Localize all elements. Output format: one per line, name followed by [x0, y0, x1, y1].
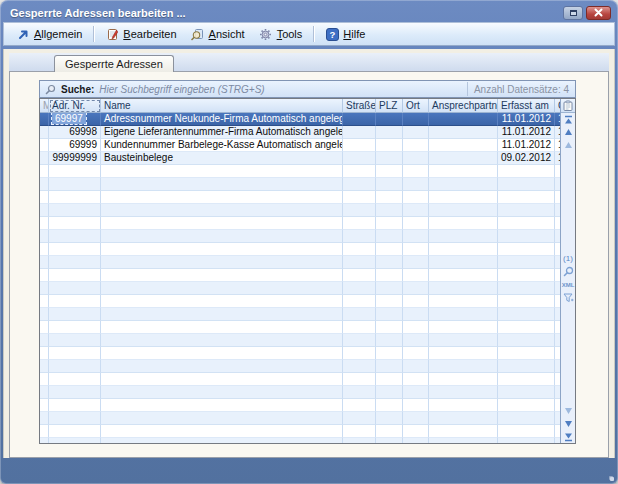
table-row[interactable]	[40, 399, 560, 412]
table-row[interactable]: 69998Eigene Lieferantennummer-Firma Auto…	[40, 126, 560, 139]
tab-gesperrte-adressen[interactable]: Gesperrte Adressen	[54, 55, 174, 72]
table-row[interactable]: 99999999Bausteinbelege09.02.201213.	[40, 152, 560, 165]
xml-export-button[interactable]: XML	[562, 278, 575, 291]
column-header-ansp[interactable]: Ansprechpartner	[429, 99, 498, 113]
table-cell	[403, 204, 429, 217]
scroll-to-bottom-button[interactable]	[562, 430, 575, 443]
tools-gear-icon	[259, 27, 273, 41]
close-button[interactable]	[586, 6, 611, 20]
column-header-name[interactable]: Name	[101, 99, 343, 113]
table-cell	[343, 217, 376, 230]
table-cell	[429, 165, 498, 178]
count-records-button[interactable]: (1)	[562, 252, 575, 265]
filter-button[interactable]	[562, 291, 575, 304]
table-cell	[49, 425, 101, 438]
table-cell: Bausteinbelege	[101, 152, 343, 165]
grid-search-button[interactable]	[562, 265, 575, 278]
table-cell	[101, 243, 343, 256]
table-cell	[101, 191, 343, 204]
table-row[interactable]	[40, 334, 560, 347]
column-header-adr[interactable]: Adr. Nr.	[49, 99, 101, 113]
table-row[interactable]	[40, 438, 560, 443]
table-row[interactable]	[40, 165, 560, 178]
table-cell	[429, 399, 498, 412]
table-cell	[429, 438, 498, 443]
scroll-down-button[interactable]	[562, 417, 575, 430]
table-cell	[403, 412, 429, 425]
table-row[interactable]	[40, 256, 560, 269]
table-cell	[343, 386, 376, 399]
table-cell	[429, 126, 498, 139]
column-header-plz[interactable]: PLZ	[376, 99, 403, 113]
column-header-str[interactable]: Straße	[343, 99, 376, 113]
table-row[interactable]	[40, 295, 560, 308]
table-cell	[101, 178, 343, 191]
menu-bearbeiten[interactable]: Bearbeiten	[99, 25, 182, 43]
menu-ansicht[interactable]: Ansicht	[185, 25, 251, 43]
resize-grip[interactable]	[610, 477, 614, 481]
table-cell	[498, 282, 555, 295]
table-row[interactable]	[40, 321, 560, 334]
table-row[interactable]	[40, 282, 560, 295]
table-cell	[429, 347, 498, 360]
table-cell	[376, 425, 403, 438]
scroll-up-button[interactable]	[562, 126, 575, 139]
table-cell	[40, 113, 49, 126]
table-cell	[40, 204, 49, 217]
table-row[interactable]	[40, 360, 560, 373]
table-cell	[376, 269, 403, 282]
table-cell	[429, 113, 498, 126]
table-cell	[429, 321, 498, 334]
table-row[interactable]	[40, 425, 560, 438]
table-cell	[101, 425, 343, 438]
help-icon: ?	[325, 27, 339, 41]
table-row[interactable]	[40, 204, 560, 217]
page-down-button[interactable]	[562, 404, 575, 417]
menu-allgemein[interactable]: Allgemein	[10, 25, 88, 43]
table-cell	[343, 308, 376, 321]
table-cell	[429, 243, 498, 256]
table-cell	[40, 178, 49, 191]
restore-button[interactable]	[563, 6, 583, 20]
table-cell	[376, 295, 403, 308]
table-cell	[498, 438, 555, 443]
table-row[interactable]	[40, 347, 560, 360]
table-row[interactable]	[40, 412, 560, 425]
column-header-m[interactable]: M	[40, 99, 49, 113]
table-cell	[498, 425, 555, 438]
table-row[interactable]	[40, 308, 560, 321]
search-placeholder[interactable]: Hier Suchbegriff eingeben (STRG+S)	[99, 84, 462, 95]
table-row[interactable]	[40, 230, 560, 243]
menu-hilfe[interactable]: ? Hilfe	[319, 25, 371, 43]
column-header-erf[interactable]: Erfasst am	[498, 99, 555, 113]
table-cell	[40, 295, 49, 308]
table-cell	[101, 230, 343, 243]
arrow-up-right-icon	[16, 27, 30, 41]
grid-corner[interactable]	[561, 99, 575, 113]
table-row[interactable]	[40, 217, 560, 230]
scroll-to-top-button[interactable]	[562, 113, 575, 126]
table-cell: 69998	[49, 126, 101, 139]
table-row[interactable]	[40, 269, 560, 282]
table-cell	[376, 373, 403, 386]
page-up-button[interactable]	[562, 139, 575, 152]
table-row[interactable]	[40, 386, 560, 399]
table-row[interactable]: 69999Kundennummer Barbelege-Kasse Automa…	[40, 139, 560, 152]
table-row-selected[interactable]: 69997Adressnummer Neukunde-Firma Automat…	[40, 113, 560, 126]
app-window: Gesperrte Adressen bearbeiten ... Allgem…	[0, 0, 618, 484]
table-cell	[40, 438, 49, 443]
table-cell	[403, 165, 429, 178]
table-row[interactable]	[40, 191, 560, 204]
column-header-ort[interactable]: Ort	[403, 99, 429, 113]
table-cell	[376, 386, 403, 399]
table-cell	[498, 334, 555, 347]
table-row[interactable]	[40, 178, 560, 191]
table-cell	[403, 230, 429, 243]
table-row[interactable]	[40, 373, 560, 386]
table-row[interactable]	[40, 243, 560, 256]
table-cell	[376, 334, 403, 347]
menu-tools[interactable]: Tools	[253, 25, 309, 43]
table-cell	[343, 256, 376, 269]
table-cell	[343, 165, 376, 178]
search-bar[interactable]: Suche: Hier Suchbegriff eingeben (STRG+S…	[39, 80, 576, 98]
